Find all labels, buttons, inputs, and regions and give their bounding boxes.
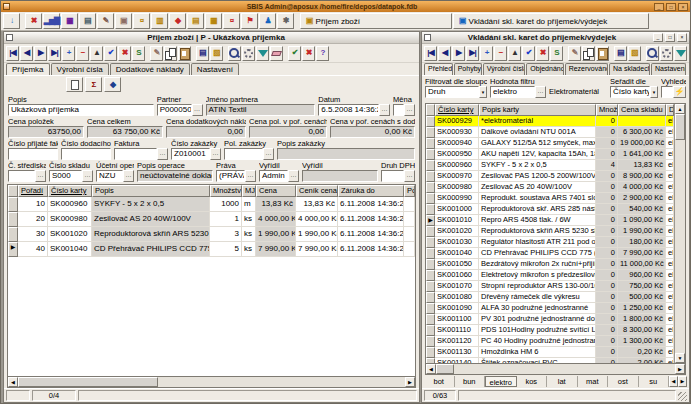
prev-button[interactable]: ◀ [20,46,33,61]
row-selector[interactable] [426,149,435,160]
cell-mnozstvi[interactable]: 0 [596,303,618,314]
column-header-cenik-cena[interactable]: Ceník cena [296,185,338,197]
minimize-button[interactable]: _ [654,3,664,11]
cell-mnozstvi[interactable]: 4 [596,160,618,171]
cell-cislo-karty[interactable]: SK001000 [435,204,479,215]
cell-popis-karty[interactable]: PC 40 Hodiny podružné jednostranné čtver… [479,336,596,347]
column-header-mnozstvi[interactable]: Množství [210,185,242,197]
apply-button[interactable]: ✔ [288,46,301,61]
datum-lookup-button[interactable]: ··· [379,104,390,116]
row-selector[interactable] [426,226,435,237]
task-button-vkladani-karet[interactable]: ▣ Vkládání skl. karet do příjemek/výdeje… [453,13,649,29]
category-tab-su[interactable]: su [639,376,670,387]
edit-tool-button[interactable]: ✎ [97,13,114,29]
maximize-button[interactable]: □ [665,33,675,42]
c-strediska-lookup-button[interactable]: ··· [35,170,46,182]
cell-cislo-karty[interactable]: SK001080 [435,292,479,303]
stock-card-row[interactable]: SK001040CD Přehrávač PHILIPS CCD 775 (mě… [426,248,674,259]
cell-popis-karty[interactable]: Dřevěný rámeček dle výkresu [479,292,596,303]
pol-zakazky-input[interactable] [224,148,263,160]
column-header-cena-skladu[interactable]: Cena skladu [618,104,666,116]
cell-popis-karty[interactable]: SYKFY - 5 x 2 x 0,5 [479,160,596,171]
task-button-prijem-zbozi[interactable]: ▣ Příjem zboží [300,13,452,29]
document-button[interactable] [66,77,83,92]
cell-pozn[interactable] [404,197,415,212]
row-selector[interactable] [426,292,435,303]
cell-popis-karty[interactable]: GALAXY 512/5A 512 smyček, max. 5A [479,138,596,149]
receipt-tab-dodatkove-naklady[interactable]: Dodatkové náklady [110,63,190,75]
filter-button[interactable] [256,46,269,61]
stock-tab-objednano[interactable]: Objednáno [526,63,563,75]
cell-poradi[interactable]: 10 [18,197,48,212]
row-selector[interactable] [8,227,18,242]
mena-input[interactable] [393,104,404,116]
cell-cena-skladu[interactable]: 11 000,00 Kč [618,259,666,270]
pin-button[interactable]: ✎ [568,46,581,61]
cell-mnozstvi[interactable]: 1000 [210,197,242,212]
scrollbar-thumb[interactable] [18,377,158,387]
column-header-popis-karty[interactable]: Popis karty [479,104,596,116]
close-button[interactable]: × [678,3,688,11]
datum-input[interactable]: 6.5.2008 14:36:27 [318,104,379,116]
cislo-skladu-input[interactable]: S000 [49,170,82,182]
row-selector[interactable] [426,116,435,127]
scroll-up-icon[interactable]: ▲ [675,104,685,114]
stock-card-row[interactable]: SK001060Elektretový mikrofon s předzesil… [426,270,674,281]
row-selector[interactable] [426,281,435,292]
last-button[interactable]: ▶| [48,46,61,61]
receipt-tab-vyrobni-cisla[interactable]: Výrobní čísla [51,63,109,75]
cell-cislo-karty[interactable]: SK000970 [435,171,479,182]
cell-cislo-karty[interactable]: SK001070 [435,281,479,292]
pin-button[interactable]: ✎ [150,46,163,61]
row-selector[interactable] [426,182,435,193]
refresh-button[interactable]: S [132,46,145,61]
filter-value-input[interactable]: elektro [490,86,535,98]
prava-lookup-button[interactable]: ··· [245,170,256,182]
cell-mnozstvi[interactable]: 0 [596,182,618,193]
stock-card-row[interactable]: SK001030Regulátor hlasitosti ATR 211 pod… [426,237,674,248]
stock-card-row[interactable]: SK000930Dálkové ovládání NTU 001A06 300,… [426,127,674,138]
cell-zaruka-do[interactable]: 6.11.2008 14:36:27 [338,212,404,227]
stock-tab-vyrobni-cisla[interactable]: Výrobní čísla [483,63,526,75]
popis-input[interactable]: Ukázková příjemka [8,104,154,116]
edit-button[interactable]: ▲ [90,46,103,61]
cell-cena-skladu[interactable]: 500,00 Kč [618,292,666,303]
row-selector[interactable] [426,347,435,358]
cell-dr[interactable]: el [666,138,674,149]
cell-mnozstvi[interactable]: 0 [596,281,618,292]
cell-popis-karty[interactable]: Dálkové ovládání NTU 001A [479,127,596,138]
tools-button[interactable]: ✱ [277,13,294,29]
cell-mnozstvi[interactable]: 0 [596,347,618,358]
filter-column-select[interactable]: Druh [425,86,479,98]
cell-mj[interactable]: ks [242,212,256,227]
cell-dr[interactable]: el [666,292,674,303]
cell-dr[interactable]: el [666,127,674,138]
category-scroll-left-icon[interactable]: ◀ [669,376,678,387]
cell-dr[interactable]: el [666,270,674,281]
insert-button[interactable]: + [480,46,493,61]
cell-mnozstvi[interactable]: 0 [596,259,618,270]
cell-cislo-karty[interactable]: SK001110 [435,325,479,336]
cell-dr[interactable]: el [666,160,674,171]
cell-cena-skladu[interactable]: 2,00 Kč [618,358,666,363]
cell-zaruka-do[interactable]: 6.11.2008 14:36:27 [338,242,404,257]
discard-button[interactable]: ✖ [302,46,315,61]
cell-cenik-cena[interactable]: 13,83 Kč [296,197,338,212]
scroll-left-icon[interactable]: ◀ [8,377,18,387]
stock-card-row[interactable]: SK000929*elektromateriál0el [426,116,674,127]
cell-cena-skladu[interactable]: 6 300,00 Kč [618,127,666,138]
cell-mj[interactable]: ks [242,227,256,242]
cislo-prijate-faktury-input[interactable] [8,148,58,160]
cell-cena[interactable]: 1 990,00 Kč [256,227,296,242]
cell-cena-skladu[interactable]: 1 800,00 Kč [618,314,666,325]
row-selector[interactable] [426,259,435,270]
copy-button[interactable] [164,46,177,61]
row-selector[interactable] [426,193,435,204]
cards-button[interactable]: ◆ [169,13,186,29]
cell-popis-karty[interactable]: Regulátor hlasitosti ATR 211 pod omítku [479,237,596,248]
column-header-pozn[interactable]: Pozn. [404,185,415,197]
eraser-button[interactable] [270,46,283,61]
row-selector[interactable] [426,248,435,259]
delete-button[interactable]: − [76,46,89,61]
receipt-tab-nastaveni[interactable]: Nastavení [191,63,239,75]
